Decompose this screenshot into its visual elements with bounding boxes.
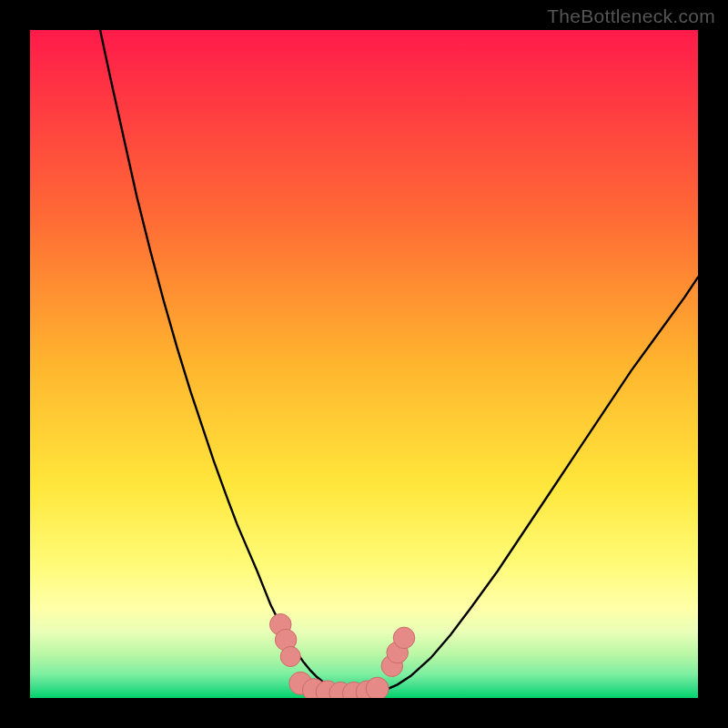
gradient-background bbox=[30, 30, 698, 698]
plot-area bbox=[30, 30, 698, 698]
outer-frame: TheBottleneck.com bbox=[0, 0, 728, 728]
watermark-text: TheBottleneck.com bbox=[547, 5, 715, 27]
bottleneck-chart bbox=[30, 30, 698, 698]
curve-marker bbox=[366, 677, 389, 698]
curve-marker bbox=[280, 646, 300, 666]
curve-marker bbox=[393, 627, 414, 648]
